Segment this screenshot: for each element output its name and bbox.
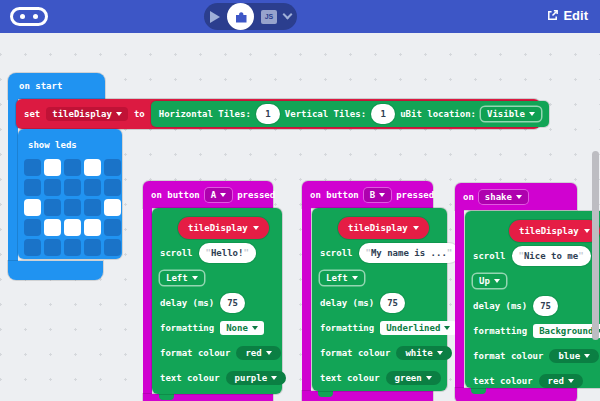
vertical-scrollbar[interactable] (592, 151, 599, 340)
block-spine (143, 208, 152, 394)
blocks-tab[interactable] (227, 3, 254, 30)
delay-field[interactable]: 75 (380, 293, 405, 313)
dropdown-arrow-icon (444, 326, 450, 330)
led-cell[interactable] (64, 239, 81, 256)
led-cell[interactable] (104, 179, 121, 196)
set-variable-block[interactable]: set tileDisplay to Horizontal Tiles: 1 V… (16, 99, 540, 129)
led-cell[interactable] (104, 159, 121, 176)
format-colour-dropdown[interactable]: white (396, 346, 451, 360)
tiledisplay-pill-dropdown[interactable]: tileDisplay (178, 217, 269, 239)
led-cell[interactable] (24, 199, 41, 216)
format-colour-dropdown[interactable]: red (236, 346, 280, 360)
dropdown-arrow-icon (116, 112, 122, 116)
delay-field[interactable]: 75 (533, 296, 558, 316)
block-spine (455, 210, 464, 388)
event-header[interactable]: on button B pressed (302, 181, 433, 208)
tiledisplay-scroll-statement[interactable]: tileDisplay scrollMy name is ... Left de… (312, 208, 447, 391)
led-cell[interactable] (44, 199, 61, 216)
horizontal-tiles-label: Horizontal Tiles: (159, 109, 251, 119)
led-cell[interactable] (44, 159, 61, 176)
horizontal-tiles-field[interactable]: 1 (256, 104, 280, 124)
scroll-text-field[interactable]: My name is ... (359, 243, 460, 263)
chevron-down-icon[interactable] (283, 10, 293, 20)
block-foot (143, 394, 273, 401)
scroll-text-field[interactable]: Hello! (199, 243, 256, 263)
pill-label: tileDisplay (519, 226, 579, 236)
tiledisplay-scroll-statement[interactable]: tileDisplay scrollNice to me Up delay (m… (465, 211, 600, 388)
text-colour-dropdown[interactable]: purple (226, 371, 287, 385)
dropdown-arrow-icon (252, 326, 258, 330)
vertical-tiles-label: Vertical Tiles: (285, 109, 366, 119)
led-cell[interactable] (84, 219, 101, 236)
direction-dropdown[interactable]: Left (320, 271, 364, 285)
led-cell[interactable] (24, 219, 41, 236)
led-cell[interactable] (64, 159, 81, 176)
led-cell[interactable] (44, 219, 61, 236)
led-cell[interactable] (104, 199, 121, 216)
scroll-label: scroll (473, 251, 506, 261)
play-icon[interactable] (210, 11, 220, 23)
dropdown-arrow-icon (379, 193, 385, 197)
led-cell[interactable] (84, 239, 101, 256)
text-colour-label: text colour (160, 373, 220, 383)
gesture-dropdown[interactable]: shake (479, 190, 528, 204)
formatting-dropdown[interactable]: Background (533, 324, 600, 338)
variable-dropdown[interactable]: tileDisplay (46, 107, 128, 121)
block-spine (302, 208, 311, 391)
show-leds-label: show leds (28, 140, 77, 150)
vertical-tiles-value: 1 (380, 109, 385, 119)
direction-dropdown[interactable]: Left (160, 271, 204, 285)
makecode-embed: JS Edit on start set tileDisplay to Hori… (0, 0, 600, 401)
vertical-tiles-field[interactable]: 1 (371, 104, 395, 124)
ubit-location-dropdown[interactable]: Visible (481, 107, 541, 121)
tiledisplay-pill-dropdown[interactable]: tileDisplay (509, 220, 600, 242)
formatting-dropdown[interactable]: Underlined (380, 321, 456, 335)
on-start-block[interactable]: on start (8, 73, 105, 99)
event-prefix: on button (151, 190, 200, 200)
delay-field[interactable]: 75 (220, 293, 245, 313)
direction-dropdown[interactable]: Up (473, 274, 506, 288)
event-header[interactable]: on shake (455, 183, 577, 210)
scroll-text-field[interactable]: Nice to me (512, 246, 591, 266)
led-cell[interactable] (24, 159, 41, 176)
format-colour-dropdown[interactable]: blue (549, 349, 599, 363)
formatting-label: formatting (320, 323, 374, 333)
edit-label: Edit (563, 8, 588, 23)
dropdown-arrow-icon (437, 351, 443, 355)
led-cell[interactable] (84, 159, 101, 176)
dropdown-arrow-icon (584, 229, 590, 233)
led-cell[interactable] (64, 199, 81, 216)
logo-eye-icon (20, 14, 25, 19)
pill-label: tileDisplay (348, 223, 408, 233)
show-leds-block[interactable]: show leds (18, 129, 122, 259)
edit-button[interactable]: Edit (546, 8, 588, 23)
text-colour-value: purple (235, 373, 268, 383)
led-cell[interactable] (24, 179, 41, 196)
led-cell[interactable] (104, 239, 121, 256)
dropdown-arrow-icon (568, 379, 574, 383)
scroll-text-value: Hello! (211, 248, 244, 258)
led-cell[interactable] (64, 179, 81, 196)
dropdown-arrow-icon (192, 276, 198, 280)
event-header[interactable]: on button A pressed (143, 181, 273, 208)
create-tiledisplay-block[interactable]: Horizontal Tiles: 1 Vertical Tiles: 1 uB… (151, 101, 549, 127)
text-colour-dropdown[interactable]: red (539, 374, 583, 388)
text-colour-dropdown[interactable]: green (386, 371, 441, 385)
tiledisplay-scroll-statement[interactable]: tileDisplay scrollHello! Left delay (ms)… (152, 208, 282, 394)
tiledisplay-pill-dropdown[interactable]: tileDisplay (338, 217, 429, 239)
led-cell[interactable] (64, 219, 81, 236)
led-cell[interactable] (24, 239, 41, 256)
led-cell[interactable] (44, 239, 61, 256)
event-suffix: pressed (396, 190, 434, 200)
button-dropdown[interactable]: A (205, 188, 232, 202)
blocks-workspace[interactable]: on start set tileDisplay to Horizontal T… (0, 33, 600, 401)
led-cell[interactable] (84, 179, 101, 196)
led-cell[interactable] (104, 219, 121, 236)
led-cell[interactable] (84, 199, 101, 216)
button-dropdown[interactable]: B (364, 188, 391, 202)
dropdown-arrow-icon (266, 351, 272, 355)
led-cell[interactable] (44, 179, 61, 196)
javascript-tab[interactable]: JS (261, 10, 277, 24)
set-label: set (24, 109, 40, 119)
formatting-dropdown[interactable]: None (220, 321, 264, 335)
